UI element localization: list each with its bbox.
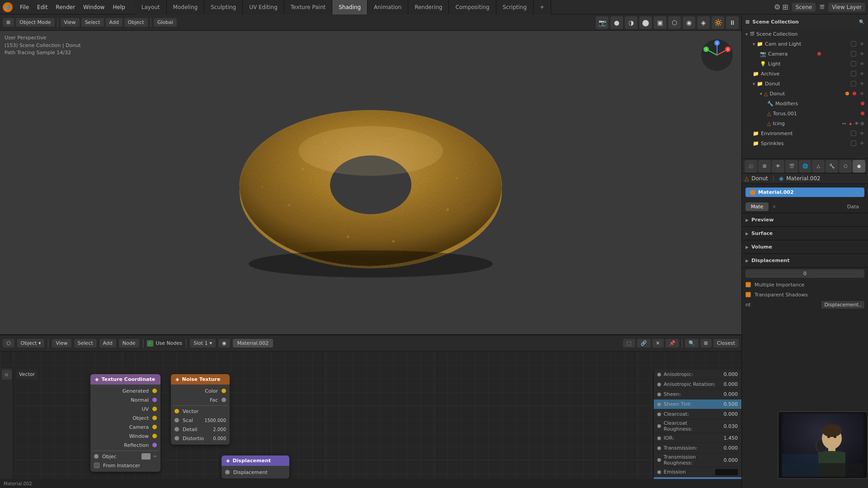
xray-btn[interactable]: ▣: [654, 16, 666, 29]
cam-light-eye-icon[interactable]: 👁: [860, 42, 864, 47]
camera-socket[interactable]: [152, 425, 157, 429]
scene-props-icon[interactable]: 🎬: [785, 160, 798, 173]
archive-checkbox[interactable]: [851, 71, 856, 76]
camera-view-btn[interactable]: 📷: [596, 16, 609, 29]
solid-btn[interactable]: ◉: [683, 16, 695, 29]
menu-file[interactable]: File: [16, 2, 33, 12]
node-editor-icon[interactable]: ⬡: [3, 339, 14, 347]
node-close-btn[interactable]: ✕: [652, 339, 664, 347]
menu-edit[interactable]: Edit: [33, 2, 51, 12]
mat-options-icon[interactable]: ···: [855, 190, 860, 195]
archive-eye-icon[interactable]: 👁: [860, 71, 864, 76]
outliner-light[interactable]: 💡 Light 👁: [742, 59, 868, 69]
vector-in-socket[interactable]: [175, 409, 179, 413]
node-view-btn[interactable]: View: [52, 339, 71, 347]
render-preview-btn[interactable]: 🔆: [712, 16, 724, 29]
tab-shading[interactable]: Shading: [332, 0, 368, 14]
outliner-sprinkles[interactable]: 📁 Sprinkles 👁: [742, 138, 868, 148]
outliner-camera[interactable]: 📷 Camera 👁: [742, 49, 868, 59]
node-zoom-in-btn[interactable]: ⊞: [700, 339, 712, 347]
menu-window[interactable]: Window: [80, 2, 108, 12]
donut-viewport[interactable]: [0, 31, 741, 334]
transform-btn[interactable]: Global: [154, 18, 177, 27]
outliner-donut-collection[interactable]: ▾ 📁 Donut 👁: [742, 79, 868, 89]
node-zoom-out-btn[interactable]: 🔍: [685, 339, 698, 347]
donut-mesh-eye-icon[interactable]: 👁: [860, 91, 864, 96]
material-name-chip[interactable]: Material.002 ···: [745, 188, 864, 197]
distortion-socket[interactable]: [175, 436, 179, 441]
tab-add[interactable]: +: [533, 0, 551, 14]
axis-gizmo[interactable]: Z X Y: [699, 37, 735, 73]
volume-section-header[interactable]: ▶ Volume: [745, 242, 864, 252]
menu-render[interactable]: Render: [52, 2, 79, 12]
environment-checkbox[interactable]: [851, 131, 856, 136]
texture-coordinate-node[interactable]: ◈ Texture Coordinate Generated Normal: [90, 374, 160, 472]
material-props-icon[interactable]: ●: [853, 160, 865, 173]
outliner-environment[interactable]: 📁 Environment 👁: [742, 128, 868, 138]
outliner-modifiers[interactable]: 🔧 Modifiers: [742, 99, 868, 108]
mat-tab-data[interactable]: Data: [842, 202, 864, 211]
noise-texture-node[interactable]: ◈ Noise Texture Color Fac: [171, 374, 230, 445]
donut-collection-checkbox[interactable]: [851, 81, 856, 86]
sprinkles-eye-icon[interactable]: 👁: [860, 141, 864, 146]
outliner-donut-mesh[interactable]: ▾ △ Donut 👁: [742, 89, 868, 99]
object-menu-btn[interactable]: Object: [124, 18, 148, 27]
tab-texture-paint[interactable]: Texture Paint: [284, 0, 332, 14]
render-btn[interactable]: ●: [610, 16, 623, 29]
object-socket[interactable]: [152, 416, 157, 420]
light-checkbox[interactable]: [851, 61, 856, 66]
environment-eye-icon[interactable]: 👁: [860, 131, 864, 136]
obj-props-icon[interactable]: △: [812, 160, 825, 173]
preview-section-header[interactable]: ▶ Preview: [745, 215, 864, 225]
viewport-mode-btn[interactable]: ⊞: [3, 18, 14, 27]
tab-rendering[interactable]: Rendering: [408, 0, 449, 14]
surface-section-header[interactable]: ▶ Surface: [745, 229, 864, 238]
wireframe-btn[interactable]: ⬡: [668, 16, 681, 29]
node-link-btn[interactable]: 🔗: [637, 339, 651, 347]
add-menu-btn[interactable]: Add: [106, 18, 123, 27]
tab-scripting[interactable]: Scripting: [496, 0, 533, 14]
node-add-btn[interactable]: Add: [99, 339, 116, 347]
object-mode-btn[interactable]: Object Mode: [16, 18, 54, 27]
scene-selector[interactable]: Scene: [792, 3, 816, 12]
camera-eye-icon[interactable]: 👁: [860, 52, 864, 56]
outliner-archive[interactable]: 📁 Archive 👁: [742, 69, 868, 79]
filter-icon[interactable]: 🔍: [859, 19, 864, 24]
disp-socket[interactable]: [225, 470, 230, 474]
outliner-cam-light[interactable]: ▾ 📁 Cam and Light 👁: [742, 39, 868, 49]
node-editor[interactable]: ⬡ Object ▾ View Select Add Node ✓ Use No…: [0, 334, 741, 488]
blender-logo-icon[interactable]: 🔷: [3, 2, 13, 12]
multiple-importance-checkbox[interactable]: [745, 282, 751, 287]
node-pin-btn[interactable]: 📌: [665, 339, 679, 347]
slot-selector[interactable]: Slot 1 ▾: [190, 339, 216, 347]
menu-help[interactable]: Help: [109, 2, 128, 12]
material-name-btn[interactable]: Material.002: [233, 339, 273, 347]
select-menu-btn[interactable]: Select: [81, 18, 104, 27]
object-in-socket[interactable]: [94, 454, 99, 459]
node-select-btn[interactable]: Select: [74, 339, 97, 347]
render-props-icon[interactable]: 🎥: [745, 160, 757, 173]
reflection-socket[interactable]: [152, 443, 157, 447]
view-layer-selector[interactable]: View Layer: [828, 3, 865, 12]
cam-light-checkbox[interactable]: [851, 41, 856, 47]
displacement-node[interactable]: ◈ Displacement Displacement: [222, 455, 289, 479]
tab-sculpting[interactable]: Sculpting: [204, 0, 243, 14]
tab-layout[interactable]: Layout: [135, 0, 167, 14]
node-canvas[interactable]: ⚙ Vector ◈: [0, 352, 741, 479]
transparent-shadows-checkbox[interactable]: [745, 292, 751, 297]
viewport-3d[interactable]: ⊞ Object Mode View Select Add Object Glo…: [0, 14, 741, 334]
scale-socket[interactable]: [175, 418, 179, 422]
detail-socket[interactable]: [175, 427, 179, 432]
node-copy-btn[interactable]: ⬚: [623, 339, 635, 347]
material-btn[interactable]: ◈: [697, 16, 710, 29]
tab-modeling[interactable]: Modeling: [167, 0, 205, 14]
normal-socket[interactable]: [152, 398, 157, 402]
displacement-value-btn[interactable]: Displacement..: [821, 301, 864, 309]
color-out-socket[interactable]: [222, 389, 226, 393]
outliner-root[interactable]: ▾ 🎬 Scene Collection: [742, 29, 868, 39]
output-props-icon[interactable]: ⊞: [758, 160, 771, 173]
world-props-icon[interactable]: 🌐: [799, 160, 811, 173]
displacement-section-header[interactable]: ▶ Displacement: [745, 256, 864, 265]
outliner-torus001[interactable]: △ Torus.001: [742, 108, 868, 118]
uv-socket[interactable]: [152, 407, 157, 411]
